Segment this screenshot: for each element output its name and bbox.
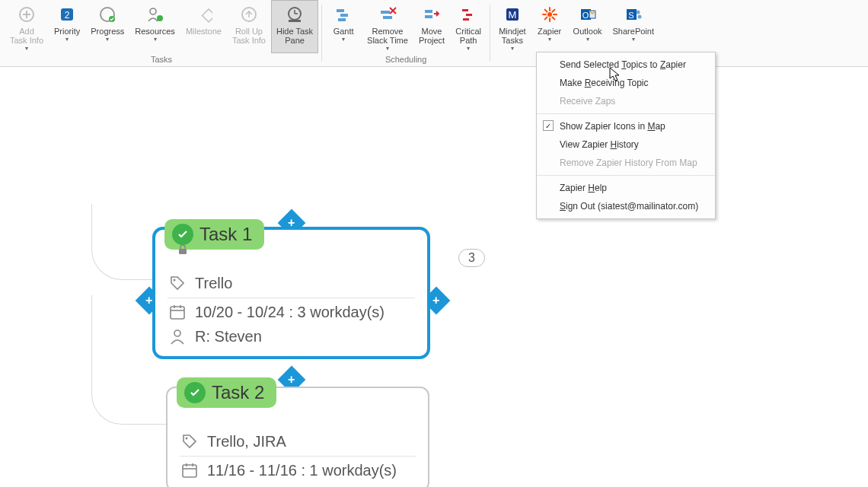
ribbon-group-scheduling: Gantt ▾ RemoveSlack Time ▾ MoveProject (325, 0, 487, 66)
ribbon-label: Zapier (538, 27, 561, 36)
priority-icon: 2 (56, 4, 78, 25)
svg-rect-24 (462, 9, 468, 11)
roll-up-button[interactable]: Roll UpTask Info (227, 0, 271, 53)
svg-rect-32 (542, 14, 547, 15)
task-card-2[interactable]: Task 2 Trello, JIRA 11/16 - 11/16 : 1 wo… (166, 387, 429, 487)
remove-slack-icon (377, 4, 398, 25)
caret-icon: ▾ (154, 37, 157, 42)
menu-label: Sign Out (siatest@mailinator.com) (560, 201, 698, 212)
zapier-button[interactable]: Zapier ▾ (531, 0, 568, 53)
sharepoint-button[interactable]: S SharePoint ▾ (608, 0, 659, 53)
add-task-info-button[interactable]: AddTask Info ▾ (5, 0, 49, 53)
menu-send-to-zapier[interactable]: Send Selected Topics to Zapier (537, 56, 715, 74)
ribbon-label: CriticalPath (455, 27, 481, 45)
ribbon-separator (490, 5, 490, 62)
task-dates-row: 10/20 - 10/24 : 3 workday(s) (168, 300, 415, 324)
menu-label: Receive Zaps (560, 96, 615, 107)
critical-path-button[interactable]: CriticalPath ▾ (450, 0, 487, 53)
menu-label: View Zapier History (560, 139, 639, 150)
svg-text:M: M (508, 9, 516, 21)
menu-make-receiving-topic[interactable]: Make Receiving Topic (537, 74, 715, 92)
menu-separator (537, 175, 715, 176)
ribbon-label: Gantt (333, 27, 354, 36)
ribbon-label: MindjetTasks (499, 27, 525, 45)
ribbon-label: AddTask Info (10, 27, 43, 45)
caret-icon: ▾ (386, 46, 389, 51)
mindmap-canvas[interactable]: + + + + 3 Task 1 Trello (0, 67, 868, 487)
ribbon-label: Roll UpTask Info (232, 27, 266, 45)
menu-view-history[interactable]: View Zapier History (537, 135, 715, 154)
caret-icon: ▾ (548, 37, 551, 42)
menu-label: Send Selected Topics to Zapier (560, 59, 686, 70)
ribbon-group-label: Tasks (151, 53, 172, 67)
progress-button[interactable]: Progress ▾ (85, 0, 129, 53)
task-card-1[interactable]: Task 1 Trello 10/20 - 10/24 : 3 workday(… (152, 227, 430, 359)
svg-point-8 (157, 15, 163, 21)
menu-show-icons[interactable]: ✓ Show Zapier Icons in Map (537, 117, 715, 135)
task-title: Task 2 (212, 382, 264, 403)
priority-button[interactable]: 2 Priority ▾ (49, 0, 85, 53)
gantt-button[interactable]: Gantt ▾ (325, 0, 362, 53)
caret-icon: ▾ (342, 37, 345, 42)
menu-sign-out[interactable]: Sign Out (siatest@mailinator.com) (537, 197, 715, 215)
ribbon-toolbar: AddTask Info ▾ 2 Priority ▾ Progress ▾ (0, 0, 868, 67)
svg-rect-17 (338, 18, 346, 21)
svg-rect-18 (381, 11, 390, 14)
menu-label: Show Zapier Icons in Map (560, 121, 665, 132)
hide-task-pane-button[interactable]: Hide TaskPane (271, 0, 318, 53)
mindjet-tasks-button[interactable]: M MindjetTasks ▾ (493, 0, 531, 53)
ribbon-group-tasks: AddTask Info ▾ 2 Priority ▾ Progress ▾ (5, 0, 318, 66)
svg-rect-34 (551, 8, 556, 13)
ribbon-label: Priority (54, 27, 80, 36)
task-dates-row: 11/16 - 11/16 : 1 workday(s) (180, 458, 416, 482)
tag-icon (180, 431, 199, 451)
svg-point-52 (186, 438, 188, 440)
caret-icon: ▾ (25, 46, 28, 51)
check-icon (184, 382, 206, 403)
svg-rect-30 (549, 7, 550, 11)
progress-icon (97, 4, 118, 25)
mindjet-icon: M (502, 4, 523, 25)
svg-rect-33 (553, 14, 557, 15)
zapier-dropdown-menu: Send Selected Topics to Zapier Make Rece… (536, 52, 716, 219)
menu-zapier-help[interactable]: Zapier Help (537, 179, 715, 197)
task-title-pill: Task 2 (177, 377, 276, 408)
task-tag-row: Trello (168, 271, 415, 298)
ribbon-label: Resources (135, 27, 175, 36)
ribbon-label: Progress (91, 27, 124, 36)
zapier-icon (539, 4, 560, 25)
check-icon (172, 224, 193, 245)
outlook-button[interactable]: O Outlook ▾ (568, 0, 608, 53)
svg-point-46 (174, 279, 176, 282)
svg-rect-25 (466, 14, 472, 16)
svg-rect-22 (425, 10, 432, 13)
task-title: Task 1 (199, 224, 252, 245)
svg-rect-23 (425, 15, 432, 18)
milestone-button[interactable]: Milestone (180, 0, 227, 53)
svg-text:2: 2 (65, 10, 70, 21)
child-count-badge[interactable]: 3 (458, 249, 485, 267)
gantt-icon (333, 4, 354, 25)
task-resource: R: Steven (195, 328, 262, 345)
move-project-button[interactable]: MoveProject (413, 0, 450, 53)
ribbon-label: SharePoint (613, 27, 654, 36)
resources-button[interactable]: Resources ▾ (129, 0, 180, 53)
person-icon (168, 326, 187, 346)
remove-slack-button[interactable]: RemoveSlack Time ▾ (362, 0, 413, 53)
task-title-pill: Task 1 (164, 219, 264, 250)
svg-point-51 (174, 330, 180, 336)
ribbon-label: Hide TaskPane (276, 27, 313, 45)
svg-point-29 (547, 12, 552, 17)
svg-rect-35 (544, 16, 548, 21)
calendar-icon (180, 460, 199, 480)
menu-label: Zapier Help (560, 183, 607, 193)
svg-point-7 (150, 8, 156, 14)
calendar-icon (168, 302, 187, 322)
critical-icon (458, 4, 479, 25)
ribbon-group-label: Scheduling (385, 53, 426, 67)
menu-remove-history: Remove Zapier History From Map (537, 154, 715, 172)
rollup-icon (238, 4, 260, 25)
checkbox-checked-icon: ✓ (543, 120, 554, 131)
task-tag: Trello (195, 275, 232, 292)
add-circle-icon (16, 4, 37, 25)
